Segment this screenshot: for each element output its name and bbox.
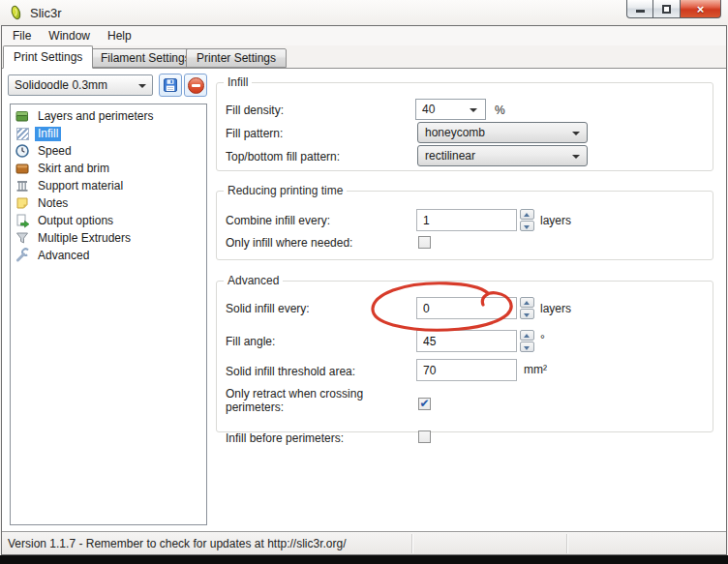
menu-help[interactable]: Help xyxy=(99,26,140,45)
top-bottom-pattern-label: Top/bottom fill pattern: xyxy=(226,150,340,163)
chevron-down-icon xyxy=(470,108,477,112)
funnel-icon xyxy=(15,230,30,246)
sidebar-item-support[interactable]: Support material xyxy=(11,177,206,194)
spin-down-button[interactable] xyxy=(520,309,534,319)
screenshot-root: Slic3r × File Window Help Print Settings… xyxy=(0,0,728,564)
maximize-button[interactable] xyxy=(653,0,681,18)
group-reducing-title: Reducing printing time xyxy=(224,184,347,197)
title-bar: Slic3r × xyxy=(0,0,728,25)
fill-pattern-label: Fill pattern: xyxy=(226,127,283,140)
chevron-down-icon xyxy=(572,132,580,135)
sidebar-item-layers[interactable]: Layers and perimeters xyxy=(11,107,206,125)
tab-print-settings[interactable]: Print Settings xyxy=(3,45,93,69)
group-advanced-title: Advanced xyxy=(224,274,283,287)
tab-printer-settings[interactable]: Printer Settings xyxy=(186,48,287,68)
combine-infill-spinner xyxy=(520,209,534,231)
status-text: Version 1.1.7 - Remember to check for up… xyxy=(8,537,347,550)
layers-icon xyxy=(15,108,30,124)
fill-pattern-dropdown[interactable]: honeycomb xyxy=(417,122,588,143)
fill-density-label: Fill density: xyxy=(226,104,284,117)
note-icon xyxy=(15,195,30,211)
delete-preset-button[interactable] xyxy=(184,74,207,97)
close-icon: × xyxy=(697,1,705,17)
tab-filament-settings[interactable]: Filament Settings xyxy=(90,48,201,68)
solid-infill-every-input[interactable] xyxy=(416,297,517,319)
infill-first-label: Infill before perimeters: xyxy=(226,431,344,445)
combine-infill-label: Combine infill every: xyxy=(226,214,330,227)
window-title: Slic3r xyxy=(30,6,62,20)
combine-infill-unit: layers xyxy=(540,214,571,227)
threshold-input[interactable] xyxy=(416,359,517,381)
check-icon: ✔ xyxy=(419,399,429,408)
threshold-label: Solid infill threshold area: xyxy=(226,365,355,378)
box-icon xyxy=(15,161,30,176)
close-button[interactable]: × xyxy=(681,0,721,18)
chevron-down-icon xyxy=(138,84,146,88)
status-bar: Version 1.1.7 - Remember to check for up… xyxy=(2,531,726,554)
sidebar-item-speed[interactable]: Speed xyxy=(11,142,206,160)
sidebar-item-infill[interactable]: Infill xyxy=(11,125,206,142)
slic3r-logo-icon xyxy=(8,4,24,21)
slic3r-window: Slic3r × File Window Help Print Settings… xyxy=(0,0,728,555)
save-preset-button[interactable] xyxy=(159,74,182,97)
fill-angle-input[interactable] xyxy=(416,330,517,352)
fill-density-unit: % xyxy=(495,104,505,117)
sidebar-item-skirt[interactable]: Skirt and brim xyxy=(11,160,206,177)
sidebar-item-advanced[interactable]: Advanced xyxy=(11,247,206,264)
only-where-needed-label: Only infill where needed: xyxy=(226,236,352,250)
only-where-needed-checkbox[interactable] xyxy=(418,236,431,249)
menu-window[interactable]: Window xyxy=(40,26,99,45)
settings-tree: Layers and perimeters Infill Speed xyxy=(10,104,207,525)
delete-minus-icon xyxy=(188,77,204,94)
solid-infill-every-spinner xyxy=(520,297,534,319)
fill-density-combobox[interactable]: 40 xyxy=(415,99,486,120)
window-controls: × xyxy=(626,0,721,18)
spin-down-button[interactable] xyxy=(520,221,534,231)
fill-angle-spinner xyxy=(520,330,534,352)
only-retract-label: Only retract when crossing perimeters: xyxy=(226,387,405,414)
wrench-icon xyxy=(15,248,30,263)
fill-angle-label: Fill angle: xyxy=(226,335,275,348)
clock-icon xyxy=(15,143,30,159)
output-arrow-icon xyxy=(15,213,30,228)
statusbar-divider xyxy=(566,534,567,553)
solid-infill-every-label: Solid infill every: xyxy=(226,302,310,315)
group-infill-title: Infill xyxy=(224,75,252,89)
spin-down-button[interactable] xyxy=(520,341,534,352)
infill-hatch-icon xyxy=(15,126,30,141)
only-retract-checkbox[interactable]: ✔ xyxy=(418,398,431,410)
top-bottom-pattern-dropdown[interactable]: rectilinear xyxy=(417,145,588,166)
infill-first-checkbox[interactable] xyxy=(418,430,431,443)
combine-infill-input[interactable] xyxy=(416,209,517,231)
sidebar-item-notes[interactable]: Notes xyxy=(11,194,206,212)
spin-up-button[interactable] xyxy=(520,330,534,341)
solid-infill-every-unit: layers xyxy=(540,302,571,315)
floppy-disk-icon xyxy=(163,77,178,93)
minimize-icon xyxy=(636,10,645,13)
minimize-button[interactable] xyxy=(626,0,653,18)
spin-up-button[interactable] xyxy=(520,297,534,308)
spin-up-button[interactable] xyxy=(520,209,534,220)
support-structure-icon xyxy=(15,178,30,193)
fill-angle-unit: ° xyxy=(540,333,545,346)
maximize-icon xyxy=(662,5,671,14)
menu-bar: File Window Help xyxy=(2,26,726,45)
menu-file[interactable]: File xyxy=(4,26,40,45)
preset-value: Solidoodle 0.3mm xyxy=(15,78,107,92)
sidebar-item-output[interactable]: Output options xyxy=(11,212,206,229)
statusbar-divider xyxy=(411,534,412,553)
threshold-unit: mm² xyxy=(524,363,547,376)
chevron-down-icon xyxy=(572,155,580,159)
preset-combobox[interactable]: Solidoodle 0.3mm xyxy=(8,74,153,96)
sidebar-item-extruders[interactable]: Multiple Extruders xyxy=(11,229,206,247)
